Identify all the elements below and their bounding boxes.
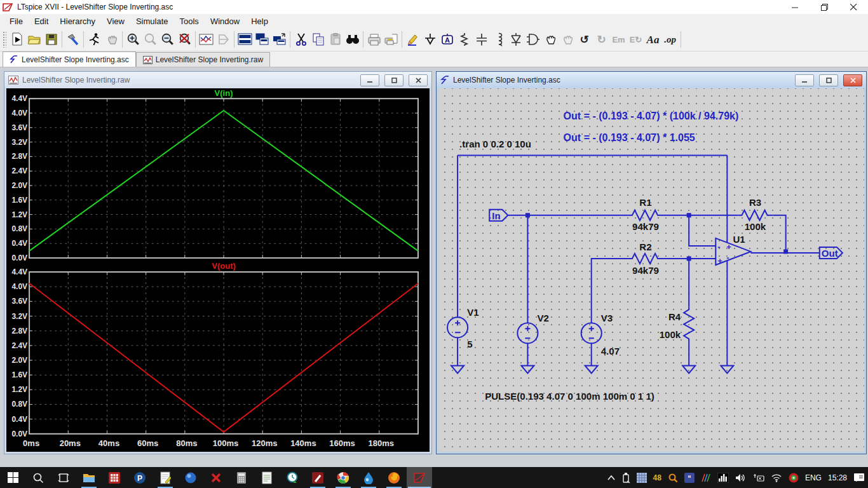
run-icon[interactable] <box>8 30 25 48</box>
ground-v2-icon[interactable] <box>521 365 534 373</box>
schematic-drawing[interactable]: Out = - (0.193 - 4.07) * (100k / 94.79k)… <box>438 88 864 452</box>
zoom-out-icon[interactable] <box>159 30 176 48</box>
resistor-r2[interactable] <box>628 254 663 264</box>
redo-icon[interactable]: ↻ <box>593 30 610 48</box>
search-icon[interactable] <box>25 467 51 488</box>
tray-blue-grid-icon[interactable] <box>634 467 650 488</box>
blue-drop-app-icon[interactable] <box>356 467 381 488</box>
pan-icon[interactable] <box>103 30 120 48</box>
source-v3[interactable] <box>581 323 602 343</box>
find-icon[interactable] <box>344 30 361 48</box>
mirror-icon[interactable]: Em <box>610 30 627 48</box>
schematic-titlebar[interactable]: LevelShifter Slope Inverting.asc <box>437 72 866 88</box>
notepad-app-icon[interactable] <box>153 467 178 488</box>
ltspice-taskbar-icon[interactable] <box>407 467 432 488</box>
tray-shield-icon[interactable] <box>785 467 802 488</box>
tile-horizontal-icon[interactable] <box>254 30 271 48</box>
source-v2[interactable] <box>517 323 538 343</box>
red-pencil-app-icon[interactable] <box>305 467 330 488</box>
spice-directive-icon[interactable]: .op <box>661 30 679 48</box>
waveform-chart[interactable]: 0.0V0.4V0.8V1.2V1.6V2.0V2.4V2.8V3.2V3.6V… <box>6 88 430 452</box>
task-view-icon[interactable] <box>51 467 76 488</box>
halt-icon[interactable] <box>86 30 103 48</box>
schem-restore-button[interactable] <box>819 74 838 86</box>
ground-v1-icon[interactable] <box>451 365 464 373</box>
tray-color-bars-icon[interactable] <box>698 467 714 488</box>
tray-activity-bars-icon[interactable] <box>714 467 732 488</box>
tray-language-indicator[interactable]: ENG <box>802 467 825 488</box>
red-grid-app-icon[interactable] <box>102 467 127 488</box>
tile-vertical-icon[interactable] <box>236 30 254 48</box>
tray-pen-input-icon[interactable] <box>750 467 768 488</box>
firefox-icon[interactable] <box>381 467 407 488</box>
tray-notification-icon[interactable] <box>850 467 868 488</box>
schem-close-button[interactable] <box>843 74 862 86</box>
tray-usb-icon[interactable] <box>618 467 634 488</box>
menu-edit[interactable]: Edit <box>29 15 54 27</box>
ground-opamp-icon[interactable] <box>721 365 733 373</box>
drag-icon[interactable] <box>559 30 576 48</box>
calculator-app-icon[interactable] <box>229 467 254 488</box>
schematic-canvas[interactable]: Out = - (0.193 - 4.07) * (100k / 94.79k)… <box>438 88 864 452</box>
cut-icon[interactable] <box>292 30 309 48</box>
undo-icon[interactable]: ↺ <box>576 30 593 48</box>
wire-to-minus-input[interactable] <box>689 215 715 246</box>
net-label-icon[interactable]: A <box>438 30 456 48</box>
component-icon[interactable] <box>524 30 541 48</box>
paste-icon[interactable] <box>327 30 344 48</box>
menu-hierarchy[interactable]: Hierarchy <box>54 15 101 27</box>
control-panel-icon[interactable] <box>64 30 81 48</box>
tab-schematic[interactable]: LevelShifter Slope Inverting.asc <box>3 51 136 67</box>
ground-icon[interactable] <box>421 30 438 48</box>
copy-icon[interactable] <box>309 30 327 48</box>
restore-button[interactable] <box>810 0 839 14</box>
zoom-in-icon[interactable] <box>125 30 142 48</box>
menu-window[interactable]: Window <box>205 15 245 27</box>
menu-file[interactable]: File <box>4 15 29 27</box>
menu-help[interactable]: Help <box>245 15 274 27</box>
blue-p-app-icon[interactable]: P <box>127 467 153 488</box>
resistor-r1[interactable] <box>628 210 663 220</box>
move-icon[interactable] <box>541 30 559 48</box>
waveform-plot-area[interactable]: 0.0V0.4V0.8V1.2V1.6V2.0V2.4V2.8V3.2V3.6V… <box>6 88 430 452</box>
port-in[interactable]: In <box>489 210 508 221</box>
tray-speaker-icon[interactable] <box>732 467 750 488</box>
blue-sphere-app-icon[interactable] <box>178 467 203 488</box>
chrome-icon[interactable] <box>330 467 356 488</box>
menu-view[interactable]: View <box>101 15 130 27</box>
tray-clock[interactable]: 15:28 <box>825 467 850 488</box>
menu-tools[interactable]: Tools <box>174 15 205 27</box>
main-titlebar[interactable]: LTspice XVII - LevelShifter Slope Invert… <box>0 0 868 14</box>
x-app-icon[interactable] <box>203 467 229 488</box>
document-app-icon[interactable] <box>254 467 280 488</box>
capacitor-icon[interactable] <box>473 30 490 48</box>
clock-app-icon[interactable] <box>280 467 305 488</box>
diode-icon[interactable] <box>507 30 524 48</box>
tab-waveform[interactable]: LevelShifter Slope Inverting.raw <box>136 52 270 67</box>
mark-data-icon[interactable] <box>215 30 232 48</box>
print-icon[interactable] <box>365 30 383 48</box>
ground-v3-icon[interactable] <box>585 365 598 373</box>
tray-quote-icon[interactable]: “ <box>681 467 698 488</box>
resistor-r4[interactable] <box>684 306 694 348</box>
start-button[interactable] <box>0 467 25 488</box>
minimize-button[interactable] <box>780 0 810 14</box>
close-button[interactable] <box>839 0 868 14</box>
wire-r3-to-output[interactable] <box>773 215 786 252</box>
tray-counter-badge[interactable]: 48 <box>650 467 665 488</box>
autorange-icon[interactable] <box>198 30 215 48</box>
waveform-titlebar[interactable]: LevelShifter Slope Inverting.raw <box>4 72 431 88</box>
wave-close-button[interactable] <box>409 74 428 86</box>
open-icon[interactable] <box>25 30 43 48</box>
tray-wifi-icon[interactable] <box>768 467 785 488</box>
zoom-back-icon[interactable] <box>142 30 159 48</box>
menu-simulate[interactable]: Simulate <box>130 15 174 27</box>
print-preview-icon[interactable] <box>383 30 400 48</box>
source-v1[interactable] <box>447 317 468 337</box>
wire-icon[interactable] <box>404 30 421 48</box>
wave-minimize-button[interactable] <box>360 74 379 86</box>
save-icon[interactable] <box>43 30 60 48</box>
zoom-extents-icon[interactable] <box>176 30 193 48</box>
tray-magnifier-icon[interactable] <box>665 467 681 488</box>
file-explorer-icon[interactable] <box>76 467 102 488</box>
